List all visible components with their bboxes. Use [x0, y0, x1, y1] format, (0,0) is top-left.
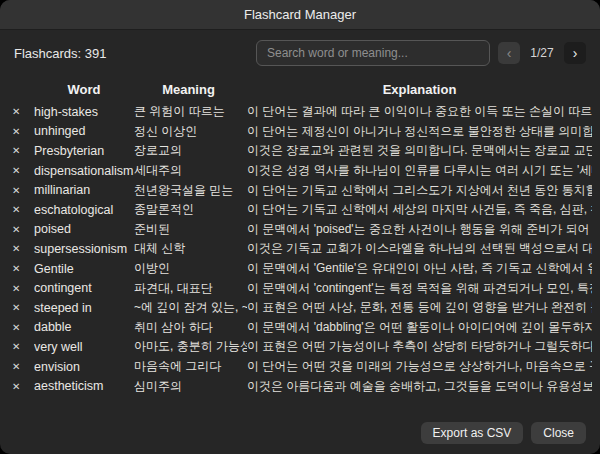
meaning-cell: 세대주의 — [134, 162, 247, 179]
word-cell: steeped in — [34, 301, 134, 315]
chevron-right-icon: › — [573, 46, 578, 60]
flashcard-table: Word Meaning Explanation ✕high-stakes큰 위… — [0, 76, 600, 396]
meaning-cell: 아마도, 충분히 가능성... — [134, 338, 247, 355]
export-csv-button[interactable]: Export as CSV — [421, 422, 524, 444]
explanation-cell: 이것은 기독교 교회가 이스라엘을 하나님의 선택된 백성으로서 대체했다... — [247, 240, 592, 257]
table-row: ✕steeped in~에 깊이 잠겨 있는, ~...이 표현은 어떤 사상,… — [12, 298, 592, 318]
explanation-cell: 이것은 성경 역사를 하나님이 인류를 다루시는 여러 시기 또는 '세대'로 … — [247, 162, 592, 179]
word-cell: high-stakes — [34, 105, 134, 119]
topbar-controls: ‹ 1/27 › — [256, 40, 586, 66]
explanation-cell: 이 문맥에서 'Gentile'은 유대인이 아닌 사람, 즉 기독교 신학에서… — [247, 260, 592, 277]
meaning-cell: 이방인 — [134, 260, 247, 277]
meaning-cell: 종말론적인 — [134, 201, 247, 218]
explanation-cell: 이 문맥에서 'contingent'는 특정 목적을 위해 파견되거나 모인,… — [247, 280, 592, 297]
delete-card-button[interactable]: ✕ — [12, 302, 34, 313]
flashcard-table-body: ✕high-stakes큰 위험이 따르는이 단어는 결과에 따라 큰 이익이나… — [12, 102, 592, 396]
word-cell: aestheticism — [34, 379, 134, 393]
topbar: Flashcards: 391 ‹ 1/27 › — [0, 30, 600, 76]
delete-card-button[interactable]: ✕ — [12, 322, 34, 333]
meaning-cell: 파견대, 대표단 — [134, 280, 247, 297]
table-row: ✕very well아마도, 충분히 가능성...이 표현은 어떤 가능성이나 … — [12, 337, 592, 357]
word-cell: supersessionism — [34, 242, 134, 256]
explanation-cell: 이 단어는 기독교 신학에서 그리스도가 지상에서 천년 동안 통치할 것... — [247, 182, 592, 199]
table-row: ✕eschatological종말론적인이 단어는 기독교 신학에서 세상의 마… — [12, 200, 592, 220]
flashcard-manager-window: Flashcard Manager Flashcards: 391 ‹ 1/27… — [0, 0, 600, 454]
word-cell: dabble — [34, 320, 134, 334]
prev-page-button[interactable]: ‹ — [498, 42, 520, 64]
search-input[interactable] — [256, 40, 490, 66]
delete-card-button[interactable]: ✕ — [12, 165, 34, 176]
explanation-cell: 이 단어는 결과에 따라 큰 이익이나 중요한 이득 또는 손실이 따르는 상.… — [247, 103, 592, 120]
chevron-left-icon: ‹ — [507, 46, 512, 60]
delete-card-button[interactable]: ✕ — [12, 224, 34, 235]
meaning-cell: 천년왕국설을 믿는 — [134, 182, 247, 199]
explanation-cell: 이 문맥에서 'dabbling'은 어떤 활동이나 아이디어에 깊이 몰두하지… — [247, 319, 592, 336]
window-title: Flashcard Manager — [244, 7, 356, 22]
explanation-cell: 이 단어는 제정신이 아니거나 정신적으로 불안정한 상태를 의미합니다. ..… — [247, 123, 592, 140]
meaning-cell: 취미 삼아 하다 — [134, 319, 247, 336]
page-indicator: 1/27 — [528, 46, 556, 60]
footer-actions: Export as CSV Close — [0, 396, 600, 454]
table-row: ✕Presbyterian장로교의이것은 장로교와 관련된 것을 의미합니다. … — [12, 141, 592, 161]
word-cell: eschatological — [34, 203, 134, 217]
delete-card-button[interactable]: ✕ — [12, 381, 34, 392]
delete-card-button[interactable]: ✕ — [12, 283, 34, 294]
delete-card-button[interactable]: ✕ — [12, 126, 34, 137]
table-row: ✕unhinged정신 이상인이 단어는 제정신이 아니거나 정신적으로 불안정… — [12, 122, 592, 142]
table-row: ✕dispensationalism세대주의이것은 성경 역사를 하나님이 인류… — [12, 161, 592, 181]
meaning-cell: 준비된 — [134, 221, 247, 238]
next-page-button[interactable]: › — [564, 42, 586, 64]
explanation-cell: 이것은 아름다움과 예술을 숭배하고, 그것들을 도덕이나 유용성보다 더 ..… — [247, 378, 592, 395]
meaning-cell: 큰 위험이 따르는 — [134, 103, 247, 120]
word-cell: contingent — [34, 281, 134, 295]
word-cell: very well — [34, 340, 134, 354]
explanation-cell: 이 단어는 기독교 신학에서 세상의 마지막 사건들, 즉 죽음, 심판, 천국… — [247, 201, 592, 218]
meaning-cell: 마음속에 그리다 — [134, 358, 247, 375]
delete-card-button[interactable]: ✕ — [12, 204, 34, 215]
table-row: ✕contingent파견대, 대표단이 문맥에서 'contingent'는 … — [12, 278, 592, 298]
word-cell: unhinged — [34, 124, 134, 138]
table-row: ✕aestheticism심미주의이것은 아름다움과 예술을 숭배하고, 그것들… — [12, 376, 592, 396]
meaning-cell: 대체 신학 — [134, 240, 247, 257]
meaning-cell: 심미주의 — [134, 378, 247, 395]
table-row: ✕supersessionism대체 신학이것은 기독교 교회가 이스라엘을 하… — [12, 239, 592, 259]
word-cell: millinarian — [34, 183, 134, 197]
delete-card-button[interactable]: ✕ — [12, 361, 34, 372]
delete-card-button[interactable]: ✕ — [12, 263, 34, 274]
close-button[interactable]: Close — [531, 422, 586, 444]
table-row: ✕millinarian천년왕국설을 믿는이 단어는 기독교 신학에서 그리스도… — [12, 180, 592, 200]
table-row: ✕dabble취미 삼아 하다이 문맥에서 'dabbling'은 어떤 활동이… — [12, 318, 592, 338]
table-header-row: Word Meaning Explanation — [12, 76, 592, 102]
table-row: ✕high-stakes큰 위험이 따르는이 단어는 결과에 따라 큰 이익이나… — [12, 102, 592, 122]
column-header-meaning: Meaning — [134, 82, 247, 97]
titlebar: Flashcard Manager — [0, 0, 600, 30]
word-cell: Gentile — [34, 262, 134, 276]
word-cell: dispensationalism — [34, 164, 134, 178]
delete-card-button[interactable]: ✕ — [12, 243, 34, 254]
delete-card-button[interactable]: ✕ — [12, 185, 34, 196]
delete-card-button[interactable]: ✕ — [12, 341, 34, 352]
word-cell: Presbyterian — [34, 144, 134, 158]
table-row: ✕poised준비된이 문맥에서 'poised'는 중요한 사건이나 행동을 … — [12, 220, 592, 240]
meaning-cell: 장로교의 — [134, 142, 247, 159]
explanation-cell: 이 표현은 어떤 사상, 문화, 전통 등에 깊이 영향을 받거나 완전히 몰두… — [247, 299, 592, 316]
column-header-explanation: Explanation — [247, 82, 592, 97]
explanation-cell: 이 단어는 어떤 것을 미래의 가능성으로 상상하거나, 마음속으로 구상하..… — [247, 358, 592, 375]
table-row: ✕Gentile이방인이 문맥에서 'Gentile'은 유대인이 아닌 사람,… — [12, 259, 592, 279]
meaning-cell: ~에 깊이 잠겨 있는, ~... — [134, 299, 247, 316]
delete-card-button[interactable]: ✕ — [12, 145, 34, 156]
word-cell: envision — [34, 360, 134, 374]
explanation-cell: 이 표현은 어떤 가능성이나 추측이 상당히 타당하거나 그럴듯하다는 것... — [247, 338, 592, 355]
flashcard-count-label: Flashcards: 391 — [14, 46, 107, 61]
column-header-word: Word — [34, 82, 134, 97]
explanation-cell: 이 문맥에서 'poised'는 중요한 사건이나 행동을 위해 준비가 되어 … — [247, 221, 592, 238]
table-row: ✕envision마음속에 그리다이 단어는 어떤 것을 미래의 가능성으로 상… — [12, 357, 592, 377]
word-cell: poised — [34, 222, 134, 236]
explanation-cell: 이것은 장로교와 관련된 것을 의미합니다. 문맥에서는 장로교 교단에 속..… — [247, 142, 592, 159]
meaning-cell: 정신 이상인 — [134, 123, 247, 140]
delete-card-button[interactable]: ✕ — [12, 106, 34, 117]
